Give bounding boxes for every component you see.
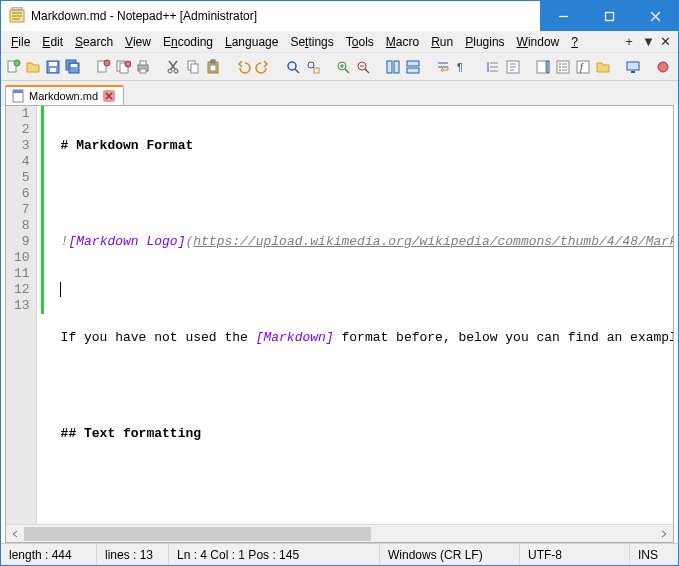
copy-icon[interactable] [185, 58, 201, 76]
svg-rect-12 [49, 62, 57, 66]
close-button[interactable] [632, 1, 678, 31]
svg-point-18 [104, 60, 110, 66]
svg-rect-16 [71, 64, 77, 67]
menu-new-plus[interactable]: + [620, 32, 638, 51]
line-gutter: 12345678910111213 [6, 106, 37, 524]
function-list-icon[interactable]: ƒ [575, 58, 591, 76]
find-icon[interactable] [285, 58, 301, 76]
indent-guide-icon[interactable] [485, 58, 501, 76]
sync-h-icon[interactable] [405, 58, 421, 76]
svg-line-45 [365, 69, 369, 73]
status-bar: length : 444 lines : 13 Ln : 4 Col : 1 P… [1, 543, 678, 565]
toolbar: ¶ ƒ [1, 53, 678, 81]
menu-macro[interactable]: Macro [380, 33, 425, 51]
scroll-track[interactable] [24, 526, 655, 542]
play-macro-icon[interactable] [675, 58, 679, 76]
editor-area: 12345678910111213 # Markdown Format ![Ma… [5, 105, 674, 543]
svg-point-61 [559, 63, 561, 65]
wrap-icon[interactable] [435, 58, 451, 76]
menu-help[interactable]: ? [565, 33, 584, 51]
status-eol[interactable]: Windows (CR LF) [380, 544, 520, 565]
svg-point-34 [288, 62, 296, 70]
svg-point-10 [14, 60, 20, 66]
undo-icon[interactable] [235, 58, 251, 76]
status-encoding[interactable]: UTF-8 [520, 544, 630, 565]
horizontal-scrollbar[interactable] [6, 524, 673, 542]
svg-point-71 [658, 62, 668, 72]
window-title: Markdown.md - Notepad++ [Administrator] [31, 9, 540, 23]
menu-settings[interactable]: Settings [284, 33, 339, 51]
save-all-icon[interactable] [65, 58, 81, 76]
svg-line-42 [345, 69, 349, 73]
sync-v-icon[interactable] [385, 58, 401, 76]
paste-icon[interactable] [205, 58, 221, 76]
menu-language[interactable]: Language [219, 33, 284, 51]
svg-rect-38 [314, 68, 319, 73]
minimize-button[interactable] [540, 1, 586, 31]
svg-rect-6 [605, 12, 613, 20]
status-length: length : 444 [1, 544, 97, 565]
svg-line-35 [295, 69, 299, 73]
menu-file[interactable]: File [5, 33, 36, 51]
scroll-thumb[interactable] [24, 527, 371, 541]
status-mode[interactable]: INS [630, 544, 678, 565]
svg-rect-69 [627, 62, 639, 70]
monitor-icon[interactable] [625, 58, 641, 76]
tab-markdown[interactable]: Markdown.md [5, 85, 124, 105]
lang-format-icon[interactable] [505, 58, 521, 76]
tab-close-icon[interactable] [103, 90, 115, 102]
menu-dropdown[interactable]: ▼ [638, 32, 656, 51]
svg-point-27 [168, 69, 172, 73]
svg-rect-23 [140, 61, 146, 65]
menu-edit[interactable]: Edit [36, 33, 69, 51]
menu-search[interactable]: Search [69, 33, 119, 51]
zoom-out-icon[interactable] [355, 58, 371, 76]
cut-icon[interactable] [165, 58, 181, 76]
window-controls [540, 1, 678, 31]
record-macro-icon[interactable] [655, 58, 671, 76]
svg-text:ƒ: ƒ [579, 62, 585, 73]
menu-run[interactable]: Run [425, 33, 459, 51]
menu-encoding[interactable]: Encoding [157, 33, 219, 51]
doc-list-icon[interactable] [555, 58, 571, 76]
code-editor[interactable]: 12345678910111213 # Markdown Format ![Ma… [6, 106, 673, 524]
menu-tools[interactable]: Tools [340, 33, 380, 51]
print-icon[interactable] [135, 58, 151, 76]
change-marker [37, 106, 51, 524]
svg-rect-33 [210, 65, 216, 71]
new-file-icon[interactable] [5, 58, 21, 76]
svg-rect-32 [211, 60, 215, 63]
save-icon[interactable] [45, 58, 61, 76]
maximize-button[interactable] [586, 1, 632, 31]
menu-close-x[interactable]: ✕ [656, 32, 674, 51]
zoom-in-icon[interactable] [335, 58, 351, 76]
app-icon [9, 7, 25, 26]
svg-point-62 [559, 66, 561, 68]
tab-strip: Markdown.md [1, 81, 678, 105]
scroll-left-icon[interactable] [6, 526, 24, 542]
show-all-chars-icon[interactable]: ¶ [455, 58, 471, 76]
tab-label: Markdown.md [29, 90, 98, 102]
code-content[interactable]: # Markdown Format ![Markdown Logo](https… [51, 106, 673, 524]
open-file-icon[interactable] [25, 58, 41, 76]
redo-icon[interactable] [255, 58, 271, 76]
scroll-right-icon[interactable] [655, 526, 673, 542]
menu-window[interactable]: Window [511, 33, 566, 51]
status-lines: lines : 13 [97, 544, 169, 565]
doc-map-icon[interactable] [535, 58, 551, 76]
svg-rect-24 [140, 69, 146, 73]
svg-rect-48 [407, 61, 419, 66]
menu-view[interactable]: View [119, 33, 157, 51]
file-icon [12, 89, 24, 103]
title-bar: Markdown.md - Notepad++ [Administrator] [1, 1, 678, 31]
svg-rect-73 [13, 90, 23, 93]
replace-icon[interactable] [305, 58, 321, 76]
close-file-icon[interactable] [95, 58, 111, 76]
close-all-icon[interactable] [115, 58, 131, 76]
menu-bar: File Edit Search View Encoding Language … [1, 31, 678, 53]
svg-rect-13 [50, 68, 56, 72]
menu-plugins[interactable]: Plugins [459, 33, 510, 51]
svg-point-28 [174, 69, 178, 73]
folder-panel-icon[interactable] [595, 58, 611, 76]
svg-text:¶: ¶ [457, 61, 463, 73]
